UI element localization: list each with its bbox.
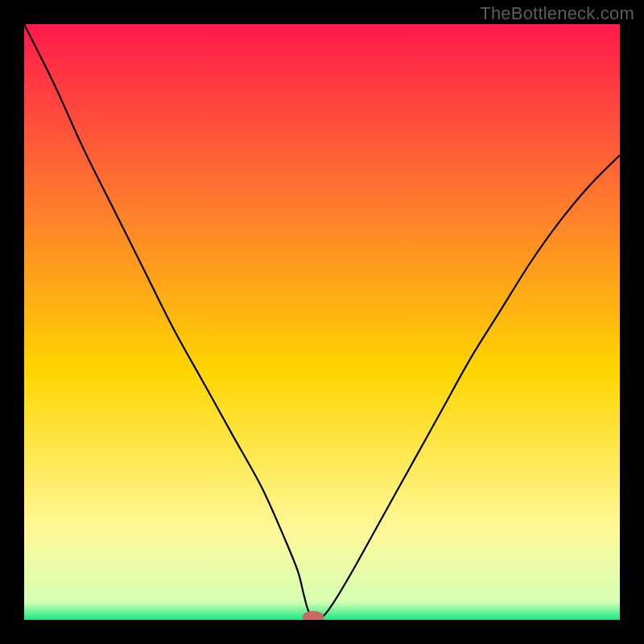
watermark-text: TheBottleneck.com [480, 3, 634, 24]
chart-container: TheBottleneck.com [0, 0, 644, 644]
plot-area [24, 24, 620, 620]
gradient-background [24, 24, 620, 620]
bottleneck-chart [24, 24, 620, 620]
